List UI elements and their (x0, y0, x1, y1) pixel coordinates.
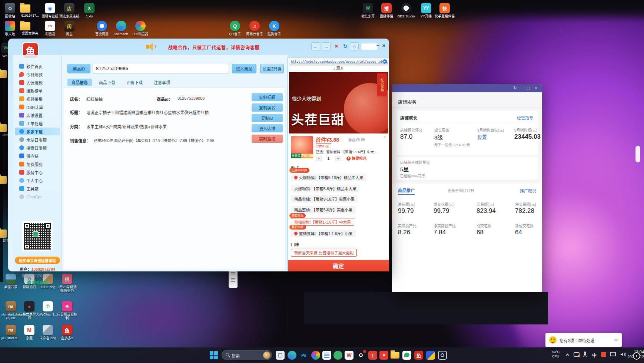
enter-product-button[interactable]: 进入商品 (232, 64, 256, 73)
nav-back-button[interactable]: ← (311, 42, 320, 50)
sidebar-item-promo-hot[interactable]: 大促爆款 (15, 79, 60, 86)
tray-display-icon[interactable] (610, 352, 616, 356)
sidebar-item-site-daily-limit[interactable]: 全站日限额 (15, 136, 60, 143)
edge-icon[interactable] (288, 351, 296, 360)
sidebar-item-duoduo-download[interactable]: 多多下载 (15, 128, 60, 135)
sidebar-item-personal-center[interactable]: 个人中心 (15, 176, 60, 184)
sidebar-item-shop-settings[interactable]: 店铺设置 (15, 111, 60, 119)
desktop-icon-kuaishou-live[interactable]: 快 快手直播伴侣 (435, 3, 455, 18)
business-guide-link[interactable]: 经营指导 (517, 115, 533, 121)
promotion-overview-link[interactable]: 推广概况 (520, 188, 536, 194)
enter-shop-button[interactable]: 进入店铺 (252, 124, 283, 132)
desktop-icon-baidu-netdisk[interactable]: 百度网盘 (92, 21, 112, 36)
tab-notes[interactable]: 注意事项 (150, 79, 174, 86)
sku-option-3[interactable]: 精品蜜柚：【带箱9-10斤】实惠小果 (291, 195, 358, 203)
desktop-icon-wechat-file[interactable]: ✆ WeChat_2... (38, 301, 58, 316)
sidebar-item-home[interactable]: 软件首页 (15, 62, 60, 70)
window-refresh-button[interactable]: ↻ (512, 86, 518, 90)
taskbar-search[interactable]: 搜索 (222, 350, 272, 360)
desktop-icon-yy-live[interactable]: YY YY开播 (416, 3, 436, 18)
tray-app-icon[interactable] (601, 352, 606, 357)
desktop-icon-360-browser[interactable]: 360浏览器 (130, 21, 150, 36)
contact-support-link[interactable]: 🅦 联系客服 (13, 280, 62, 285)
tray-ime-indicator[interactable]: 中 (592, 352, 597, 358)
sku-option-2[interactable]: 火爆畅销：【带箱5-6斤】精品中大果 (291, 185, 359, 192)
green-app-icon[interactable] (333, 351, 342, 360)
sku-option-1[interactable]: 火爆畅销：【带箱9-10斤】精品中大果 (291, 174, 366, 181)
camera-app-icon[interactable] (438, 351, 447, 360)
recording-indicator-icon[interactable] (633, 352, 640, 360)
desktop-icon-yuduoduo2[interactable]: 鱼 鱼多多2 (57, 325, 77, 340)
wechat-icon[interactable] (402, 351, 411, 360)
obs-icon[interactable] (356, 351, 365, 360)
desktop-icon-qq-music[interactable]: Q QQ音乐 (225, 21, 245, 36)
search-highlight-thumbnail[interactable] (263, 352, 270, 359)
copy-id-button[interactable]: 复制ID (252, 114, 283, 122)
sidebar-item-dsr-calc[interactable]: DSR计算 (15, 103, 60, 111)
nav-stop-button[interactable]: × (332, 42, 341, 50)
nav-refresh-button[interactable]: ↻ (341, 42, 350, 50)
window-maximize-button[interactable]: ▢ (526, 86, 531, 90)
yuduoduo-app-icon[interactable]: 鱼 (414, 351, 423, 360)
sidebar-item-work-orders[interactable]: 工单处理 (15, 119, 60, 127)
set-sales-target-link[interactable]: 设置 (477, 133, 487, 140)
convert-link-button[interactable]: 长连接转换 (260, 64, 284, 73)
desktop-icon-jingmai[interactable]: M 京麦 (19, 325, 39, 340)
file-explorer-icon[interactable] (391, 351, 399, 360)
tray-microphone-icon[interactable] (584, 352, 586, 356)
office-app-icon[interactable] (426, 351, 435, 360)
task-view-icon[interactable] (276, 351, 285, 360)
menu-icon[interactable] (231, 278, 235, 279)
photos-pinwheel-icon[interactable] (311, 351, 320, 360)
taste-option-selected[interactable]: 新鲜当天采摘 比普通柚子更大更甜 (291, 249, 357, 257)
wps-icon[interactable]: W (345, 351, 353, 360)
sidebar-item-search-daily-limit[interactable]: 搜索日限额 (15, 144, 60, 152)
desktop-icon-netease-music[interactable]: ♫ 网易云音乐 (245, 21, 265, 36)
chevron-down-icon[interactable] (614, 338, 618, 341)
desktop-icon-xianyu[interactable]: 闲 闲鱼 (59, 21, 79, 36)
tab-product-promotion[interactable]: 商品推广 (398, 187, 415, 193)
calculator-icon[interactable] (322, 351, 331, 360)
sku-option-6[interactable]: 蜜柚尝鲜：【带箱1-1.6斤】小果 (291, 230, 356, 237)
expand-button[interactable]: ↓ 展开 (289, 65, 388, 71)
desktop-icon-wechat-multi[interactable]: W 微信多开 (358, 3, 378, 18)
desktop-icon-tuqing-pro[interactable]: ◉ 图晴专业版 (40, 3, 60, 18)
desktop-icon-unnamed-png[interactable]: 未命名.png (38, 325, 58, 340)
nav-home-button[interactable]: ⌂ (350, 42, 359, 50)
tab-review-download[interactable]: 评价下载 (122, 79, 147, 86)
tab-product-info[interactable]: 商品信息 (67, 79, 92, 86)
sidebar-item-toolbox[interactable]: 工具箱 (15, 185, 60, 192)
red-app-icon[interactable]: 工 (368, 351, 377, 360)
desktop-icon-jingtiandi[interactable]: 敬天地 (0, 21, 20, 36)
product-url[interactable]: https://mobile.yangkeduo.com/goods.html?… (289, 59, 388, 65)
desktop-icon-jilu-rar[interactable]: rar jilu_start.dist(2).rar (1, 301, 21, 320)
desktop-icon-preselect-shop[interactable]: 店 预选家属店铺 (59, 3, 79, 18)
start-button[interactable] (209, 351, 218, 360)
desktop-icon-recycle-bin[interactable]: ♻ 回收站 (0, 3, 20, 18)
qty-minus-button[interactable]: − (316, 156, 322, 161)
sidebar-item-hot-ranking[interactable]: 爆款榜单 (15, 87, 60, 95)
desktop-icon-obs-studio[interactable]: OBS Studio (396, 3, 416, 18)
confirm-button[interactable]: 确定 (288, 260, 389, 271)
tray-expand-chevron[interactable] (566, 354, 570, 357)
desktop-scrollbar-pill[interactable] (635, 146, 640, 162)
xiaohongshu-icon[interactable]: ♥ (379, 351, 388, 360)
desktop-icon-kugou-music[interactable]: K 酷狗音乐 (264, 21, 284, 36)
desktop-icon-sunlogin[interactable]: ❀ 向日葵远程控制 (57, 301, 77, 320)
work-order-toast[interactable]: 您有2项工单待处理 (545, 333, 622, 347)
clock-date[interactable]: 2025/9/12 (621, 355, 644, 359)
realtime-monitor-button[interactable]: 实时监控 (252, 135, 283, 143)
desktop-icon-desktop-folder[interactable]: 桌面文件夹 (20, 21, 40, 35)
photoshop-icon[interactable]: Ps (299, 351, 308, 360)
desktop-icon-microsoft-edge[interactable]: Microsoft (111, 21, 131, 36)
buy-vip-button[interactable]: 购买年会员送运营课程 (15, 257, 60, 264)
tray-headset-icon[interactable] (574, 352, 580, 357)
copy-title-button[interactable]: 复制标题 (252, 93, 283, 101)
qty-plus-button[interactable]: + (335, 156, 341, 161)
desktop-icon-screen-recorder[interactable]: ● 嗨格式录屏大师 (19, 301, 39, 320)
window-minimize-button[interactable]: − (519, 86, 524, 90)
sidebar-item-service-center[interactable]: 服务中心 (15, 168, 60, 176)
tab-product-download[interactable]: 商品下载 (95, 79, 119, 86)
copy-shop-button[interactable]: 复制店名 (252, 103, 283, 112)
desktop-icon-jilu-dist[interactable]: rar jilu_start.di... (1, 325, 21, 340)
